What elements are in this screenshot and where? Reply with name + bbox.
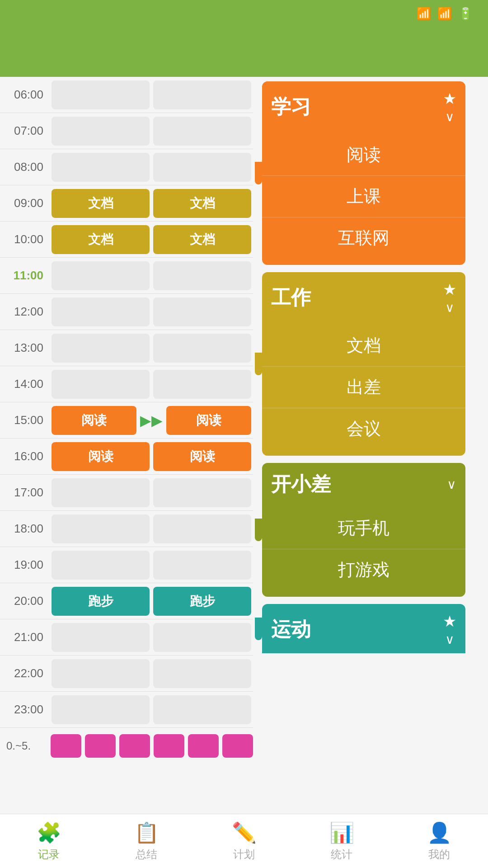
time-slot-col1[interactable] xyxy=(52,478,150,507)
time-slot-col2[interactable] xyxy=(153,551,251,580)
time-slot-col1[interactable] xyxy=(52,80,150,109)
time-slot-col2[interactable] xyxy=(153,153,251,182)
category-header-sport[interactable]: 运动★∨ xyxy=(262,604,465,653)
category-item[interactable]: 玩手机 xyxy=(262,508,465,549)
time-slot-col1[interactable] xyxy=(52,297,150,326)
time-slot-col2[interactable] xyxy=(153,695,251,724)
time-slot-col2[interactable] xyxy=(153,659,251,688)
time-slot-col1[interactable] xyxy=(52,514,150,543)
time-label: 14:00 xyxy=(0,377,50,391)
day-pill[interactable] xyxy=(119,734,150,758)
category-item[interactable]: 打游戏 xyxy=(262,549,465,590)
time-label: 06:00 xyxy=(0,88,50,102)
category-header-work[interactable]: 工作★∨ xyxy=(262,272,465,321)
category-title-work: 工作 xyxy=(271,284,311,311)
time-slot-col1[interactable] xyxy=(52,695,150,724)
time-slot-col2[interactable] xyxy=(153,334,251,363)
wifi-icon: 📶 xyxy=(417,7,431,21)
main-container: 06:0007:0008:0009:00文档文档10:00文档文档11:0012… xyxy=(0,77,488,814)
time-slot-col2[interactable]: 跑步 xyxy=(153,587,251,616)
stats-nav-icon: 📊 xyxy=(329,821,354,844)
category-item[interactable]: 互联网 xyxy=(262,217,465,259)
time-slot-col2[interactable]: 文档 xyxy=(153,225,251,254)
nav-item-mine[interactable]: 👤我的 xyxy=(427,821,452,862)
timeline-row: 12:00 xyxy=(0,294,253,330)
timeline-section: 06:0007:0008:0009:00文档文档10:00文档文档11:0012… xyxy=(0,77,253,814)
day-pill[interactable] xyxy=(154,734,184,758)
time-slot-col1[interactable]: 文档 xyxy=(52,225,150,254)
time-slot-col1[interactable] xyxy=(52,153,150,182)
summary-nav-label: 总结 xyxy=(136,847,157,862)
categories-panel: 学习★∨阅读上课互联网工作★∨文档出差会议开小差∨玩手机打游戏运动★∨ xyxy=(253,77,470,814)
time-slot-col2[interactable] xyxy=(153,623,251,652)
nav-item-plan[interactable]: ✏️计划 xyxy=(232,821,257,862)
nav-item-stats[interactable]: 📊统计 xyxy=(329,821,354,862)
day-pill[interactable] xyxy=(51,734,81,758)
category-title-study: 学习 xyxy=(271,94,311,120)
timeline-row: 16:00阅读阅读 xyxy=(0,439,253,475)
chevron-down-icon[interactable]: ∨ xyxy=(447,477,456,492)
record-nav-label: 记录 xyxy=(38,847,60,862)
time-label: 08:00 xyxy=(0,160,50,174)
chevron-down-icon[interactable]: ∨ xyxy=(445,300,455,315)
time-label: 16:00 xyxy=(0,449,50,463)
time-label: 12:00 xyxy=(0,305,50,319)
day-pill[interactable] xyxy=(222,734,253,758)
time-slot-col2[interactable] xyxy=(153,514,251,543)
app-header xyxy=(0,27,488,77)
time-slot-col1[interactable] xyxy=(52,623,150,652)
timeline-row: 22:00 xyxy=(0,656,253,692)
timeline-row: 06:00 xyxy=(0,77,253,113)
bottom-nav: 🧩记录📋总结✏️计划📊统计👤我的 xyxy=(0,814,488,868)
time-slot-col1[interactable]: 阅读 xyxy=(52,442,150,471)
category-item[interactable]: 上课 xyxy=(262,176,465,217)
category-header-slack[interactable]: 开小差∨ xyxy=(262,463,465,504)
timeline-row: 18:00 xyxy=(0,511,253,547)
time-slot-col2[interactable]: 阅读 xyxy=(153,442,251,471)
time-slot-col2[interactable] xyxy=(153,261,251,290)
category-item[interactable]: 文档 xyxy=(262,325,465,367)
category-icons-study: ★∨ xyxy=(443,90,456,124)
time-label: 20:00 xyxy=(0,594,50,608)
pills-row: 0.~5. xyxy=(0,728,253,764)
time-slot-col1[interactable]: 跑步 xyxy=(52,587,150,616)
time-slot-col2[interactable] xyxy=(153,370,251,399)
day-pill[interactable] xyxy=(85,734,116,758)
chevron-down-icon[interactable]: ∨ xyxy=(445,109,455,124)
status-bar: 📶 📶 🔋 xyxy=(0,0,488,27)
timeline-row: 14:00 xyxy=(0,366,253,402)
mine-nav-icon: 👤 xyxy=(427,821,452,844)
category-item[interactable]: 阅读 xyxy=(262,134,465,176)
time-slot-col1[interactable] xyxy=(52,370,150,399)
time-label: 13:00 xyxy=(0,341,50,355)
nav-item-summary[interactable]: 📋总结 xyxy=(134,821,159,862)
time-slot-col1[interactable] xyxy=(52,659,150,688)
time-slot-col2[interactable] xyxy=(153,117,251,146)
time-slot-col2[interactable] xyxy=(153,478,251,507)
time-slot-col2[interactable]: 阅读 xyxy=(166,406,251,435)
nav-item-record[interactable]: 🧩记录 xyxy=(37,821,61,862)
category-item[interactable]: 出差 xyxy=(262,367,465,408)
time-slot-col1[interactable] xyxy=(52,261,150,290)
category-card-study: 学习★∨阅读上课互联网 xyxy=(262,81,465,265)
time-slot-col1[interactable] xyxy=(52,551,150,580)
chevron-down-icon[interactable]: ∨ xyxy=(445,632,455,647)
time-slot-col2[interactable] xyxy=(153,297,251,326)
time-slot-col1[interactable] xyxy=(52,117,150,146)
timeline-row: 15:00阅读▶▶阅读 xyxy=(0,402,253,439)
time-slot-col1[interactable]: 文档 xyxy=(52,189,150,218)
category-header-study[interactable]: 学习★∨ xyxy=(262,81,465,131)
time-label: 23:00 xyxy=(0,703,50,717)
time-label: 17:00 xyxy=(0,486,50,500)
time-label: 15:00 xyxy=(0,413,50,427)
pills-label: 0.~5. xyxy=(6,740,47,752)
category-item[interactable]: 会议 xyxy=(262,408,465,449)
time-slot-col2[interactable] xyxy=(153,80,251,109)
category-title-sport: 运动 xyxy=(271,616,311,643)
category-icons-work: ★∨ xyxy=(443,280,456,315)
time-slot-col2[interactable]: 文档 xyxy=(153,189,251,218)
time-slot-col1[interactable]: 阅读 xyxy=(52,406,136,435)
time-slot-col1[interactable] xyxy=(52,334,150,363)
day-pill[interactable] xyxy=(188,734,219,758)
category-items-slack: 玩手机打游戏 xyxy=(262,504,465,597)
